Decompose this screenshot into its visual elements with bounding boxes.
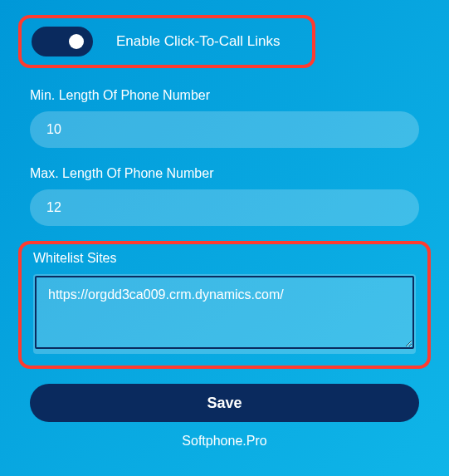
enable-click-to-call-toggle[interactable] xyxy=(32,27,93,56)
max-length-label: Max. Length Of Phone Number xyxy=(30,166,419,181)
min-length-label: Min. Length Of Phone Number xyxy=(30,88,419,103)
min-length-field: Min. Length Of Phone Number xyxy=(30,88,419,148)
max-length-field: Max. Length Of Phone Number xyxy=(30,166,419,226)
max-length-input[interactable] xyxy=(30,189,419,226)
toggle-knob-icon xyxy=(69,34,84,49)
settings-panel: Enable Click-To-Call Links Min. Length O… xyxy=(0,0,449,476)
whitelist-textarea[interactable] xyxy=(35,276,414,349)
min-length-input[interactable] xyxy=(30,111,419,148)
whitelist-section: Whitelist Sites xyxy=(18,241,431,369)
whitelist-textarea-wrap xyxy=(33,274,416,354)
whitelist-label: Whitelist Sites xyxy=(33,251,416,266)
click-to-call-toggle-row: Enable Click-To-Call Links xyxy=(18,15,315,68)
enable-click-to-call-label: Enable Click-To-Call Links xyxy=(116,33,280,50)
save-button[interactable]: Save xyxy=(30,384,419,422)
footer-brand: Softphone.Pro xyxy=(18,434,431,449)
